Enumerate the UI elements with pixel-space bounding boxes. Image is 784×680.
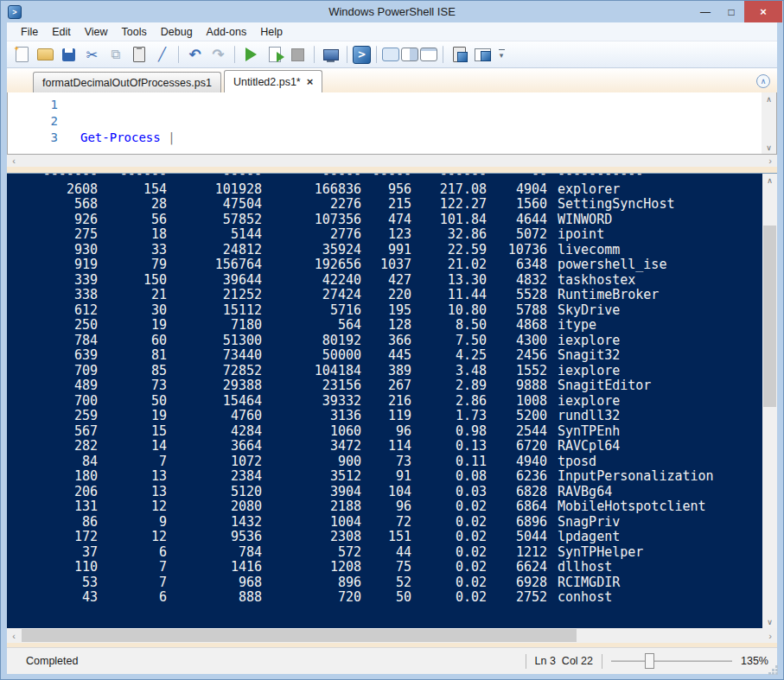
maximize-button[interactable]: □ xyxy=(718,1,744,22)
toolbar-overflow-button[interactable]: ▾ xyxy=(495,44,507,65)
scroll-right-icon[interactable]: › xyxy=(763,155,777,167)
menu-item[interactable]: Help xyxy=(253,24,290,40)
vm-cell: ----- xyxy=(361,173,411,182)
id-cell: 1212 xyxy=(487,545,547,561)
paste-button[interactable] xyxy=(128,44,150,65)
npm-cell: 12 xyxy=(98,499,167,515)
run-script-button[interactable] xyxy=(240,44,262,65)
resize-grip[interactable] xyxy=(772,669,774,671)
toolbar: ✂⧉╱↶↷>▾ xyxy=(7,41,777,68)
ws-cell: 192656 xyxy=(262,257,361,273)
clear-console-pane-button[interactable]: ╱ xyxy=(151,44,173,65)
pm-cell: 888 xyxy=(167,590,262,606)
pm-cell: 2384 xyxy=(167,469,262,485)
new-remote-powershell-tab-button[interactable] xyxy=(320,44,341,65)
ws-cell: 23156 xyxy=(262,378,361,394)
zoom-slider-thumb[interactable] xyxy=(645,653,654,669)
new-powershell-tab-button[interactable] xyxy=(449,44,470,65)
scroll-left-icon[interactable]: ‹ xyxy=(7,155,21,167)
status-text: Completed xyxy=(7,655,78,667)
console-vertical-scrollbar[interactable]: ∧ ∨ xyxy=(762,174,777,628)
cut-button[interactable]: ✂ xyxy=(81,44,103,65)
window-bottom-edge xyxy=(1,674,783,679)
script-editor-pane[interactable]: 1 2 3 Get-Process | Where CPU | Sort CPU… xyxy=(7,92,777,155)
console-row: 275 18 5144 2776 123 32.86 5072 ipoint xyxy=(16,227,762,243)
vm-cell: 73 xyxy=(361,454,411,470)
open-powershell-window-button[interactable] xyxy=(472,44,494,65)
menu-item[interactable]: File xyxy=(14,24,45,40)
id-cell: 6236 xyxy=(487,469,547,485)
minimize-button[interactable]: — xyxy=(692,1,718,22)
npm-cell: ------ xyxy=(98,173,167,182)
menu-item[interactable]: Add-ons xyxy=(200,24,254,40)
ws-cell: 39332 xyxy=(262,394,361,410)
editor-vertical-scrollbar[interactable]: ∧ ∨ xyxy=(762,92,776,154)
tab-close-icon[interactable]: × xyxy=(307,75,314,88)
zoom-slider[interactable] xyxy=(611,653,732,669)
undo-button[interactable]: ↶ xyxy=(184,44,206,65)
handles-cell: 282 xyxy=(16,439,98,454)
script-code[interactable]: Get-Process | Where CPU | Sort CPU -Desc… xyxy=(58,92,762,154)
menu-item[interactable]: Tools xyxy=(115,24,154,40)
handles-cell: 172 xyxy=(16,530,98,545)
menu-bar: FileEditViewToolsDebugAdd-onsHelp xyxy=(7,22,777,41)
menu-item[interactable]: View xyxy=(78,24,115,40)
console-horizontal-scrollbar[interactable]: ‹ › xyxy=(7,628,777,643)
ws-cell: 166836 xyxy=(262,182,361,198)
vm-cell: 389 xyxy=(361,364,411,379)
menu-item[interactable]: Debug xyxy=(154,24,200,40)
vm-cell: 216 xyxy=(361,394,411,410)
cpu-cell: 0.11 xyxy=(411,454,487,470)
console-vscroll-thumb[interactable] xyxy=(763,226,776,407)
processname-cell: InputPersonalization xyxy=(547,469,762,485)
pm-cell: 968 xyxy=(167,575,262,591)
collapse-script-pane-button[interactable]: ∧ xyxy=(756,74,770,88)
processname-cell: iexplore xyxy=(547,394,762,410)
toolbar-separator xyxy=(314,46,315,63)
show-script-pane-top-button[interactable] xyxy=(382,48,399,61)
scroll-down-icon[interactable]: ∨ xyxy=(762,141,776,154)
handles-cell: 926 xyxy=(16,213,98,228)
console-pane[interactable]: ------- ------ ----- ----- ----- ------ … xyxy=(7,173,777,628)
pm-cell: 5120 xyxy=(167,485,262,500)
cpu-cell: 0.02 xyxy=(411,515,487,531)
pm-cell: 7180 xyxy=(167,318,262,334)
line-col-indicator: Ln 3 Col 22 xyxy=(535,655,593,667)
code-line: Get-Process | xyxy=(80,130,762,146)
open-script-button[interactable] xyxy=(35,44,56,65)
copy-button[interactable]: ⧉ xyxy=(105,44,126,65)
stop-operation-button[interactable] xyxy=(287,44,309,65)
close-button[interactable]: × xyxy=(744,1,782,22)
scroll-up-icon[interactable]: ∧ xyxy=(762,92,776,105)
redo-button[interactable]: ↷ xyxy=(207,44,229,65)
tab-formatdecimaloutofprocesses[interactable]: formatDecimalOutOfProcesses.ps1 xyxy=(33,72,221,92)
handles-cell: 709 xyxy=(16,364,98,379)
scroll-down-icon[interactable]: ∨ xyxy=(762,615,777,628)
save-button[interactable] xyxy=(58,44,80,65)
show-script-pane-right-button[interactable] xyxy=(401,48,418,61)
new-script-button[interactable] xyxy=(11,44,33,65)
vm-cell: 474 xyxy=(361,213,411,228)
status-bar: Completed Ln 3 Col 22 135% xyxy=(7,647,777,674)
scroll-up-icon[interactable]: ∧ xyxy=(762,174,777,187)
zoom-slider-track[interactable] xyxy=(611,660,732,662)
npm-cell: 19 xyxy=(98,409,167,424)
id-cell: 5044 xyxy=(487,530,547,545)
scroll-left-icon[interactable]: ‹ xyxy=(7,628,21,643)
cpu-cell: 0.02 xyxy=(411,560,487,575)
scroll-right-icon[interactable]: › xyxy=(763,628,777,643)
show-script-pane-maximized-button[interactable] xyxy=(420,48,437,61)
vm-cell: 75 xyxy=(361,560,411,575)
start-powershell-exe-button[interactable]: > xyxy=(353,46,371,64)
handles-cell: 339 xyxy=(16,273,98,289)
menu-item[interactable]: Edit xyxy=(45,24,78,40)
cpu-cell: 8.50 xyxy=(411,318,487,334)
window-title: Windows PowerShell ISE xyxy=(1,5,783,18)
id-cell: 5200 xyxy=(487,409,547,424)
run-selection-button[interactable] xyxy=(264,44,285,65)
tab-untitled2-active[interactable]: Untitled2.ps1* × xyxy=(224,70,322,92)
processname-cell: RuntimeBroker xyxy=(547,288,762,303)
editor-horizontal-scrollbar[interactable]: ‹ › xyxy=(7,155,777,167)
console-output: ------- ------ ----- ----- ----- ------ … xyxy=(7,173,762,621)
console-hscroll-thumb[interactable] xyxy=(22,629,577,642)
